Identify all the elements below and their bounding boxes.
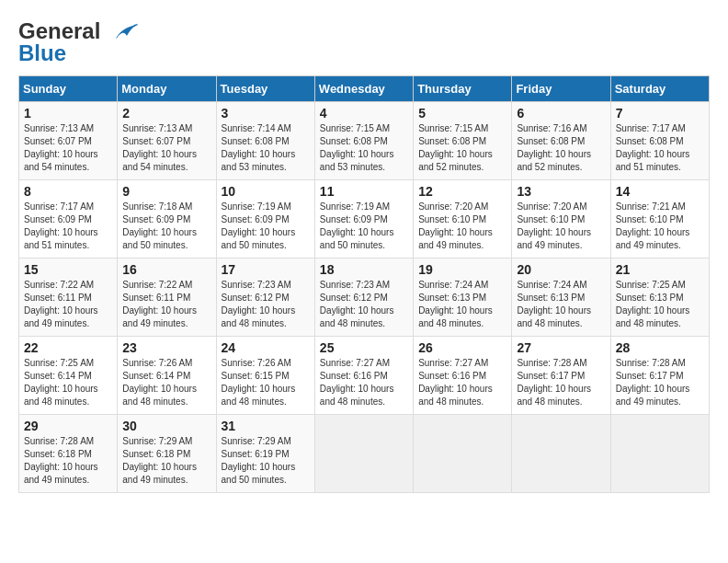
col-header-sunday: Sunday — [19, 76, 118, 102]
day-number: 20 — [517, 262, 605, 277]
calendar-cell: 1 Sunrise: 7:13 AM Sunset: 6:07 PM Dayli… — [19, 102, 118, 180]
sunset-label: Sunset: 6:16 PM — [320, 371, 388, 381]
calendar-table: SundayMondayTuesdayWednesdayThursdayFrid… — [18, 75, 710, 493]
calendar-cell: 21 Sunrise: 7:25 AM Sunset: 6:13 PM Dayl… — [610, 259, 709, 337]
daylight-label: Daylight: 10 hours and 48 minutes. — [517, 305, 591, 328]
sunrise-label: Sunrise: 7:25 AM — [616, 280, 686, 290]
day-number: 27 — [517, 340, 605, 355]
daylight-label: Daylight: 10 hours and 48 minutes. — [517, 384, 591, 407]
day-number: 29 — [24, 419, 112, 433]
calendar-cell: 27 Sunrise: 7:28 AM Sunset: 6:17 PM Dayl… — [512, 337, 610, 415]
day-number: 1 — [24, 106, 112, 121]
daylight-label: Daylight: 10 hours and 48 minutes. — [222, 384, 296, 407]
sunrise-label: Sunrise: 7:24 AM — [517, 280, 586, 290]
day-info: Sunrise: 7:24 AM Sunset: 6:13 PM Dayligh… — [418, 279, 506, 330]
daylight-label: Daylight: 10 hours and 48 minutes. — [320, 384, 394, 407]
day-info: Sunrise: 7:16 AM Sunset: 6:08 PM Dayligh… — [517, 122, 605, 174]
daylight-label: Daylight: 10 hours and 48 minutes. — [418, 305, 493, 328]
sunrise-label: Sunrise: 7:22 AM — [24, 280, 94, 290]
calendar-cell: 15 Sunrise: 7:22 AM Sunset: 6:11 PM Dayl… — [19, 259, 118, 337]
daylight-label: Daylight: 10 hours and 49 minutes. — [122, 462, 197, 485]
sunrise-label: Sunrise: 7:21 AM — [616, 201, 686, 212]
sunrise-label: Sunrise: 7:26 AM — [222, 358, 291, 368]
daylight-label: Daylight: 10 hours and 49 minutes. — [418, 227, 493, 250]
calendar-cell: 14 Sunrise: 7:21 AM Sunset: 6:10 PM Dayl… — [610, 180, 709, 259]
daylight-label: Daylight: 10 hours and 50 minutes. — [320, 227, 394, 250]
sunrise-label: Sunrise: 7:25 AM — [24, 358, 94, 368]
col-header-friday: Friday — [512, 76, 610, 102]
daylight-label: Daylight: 10 hours and 49 minutes. — [616, 227, 690, 250]
calendar-cell — [610, 415, 709, 493]
sunset-label: Sunset: 6:18 PM — [24, 449, 92, 459]
sunrise-label: Sunrise: 7:13 AM — [24, 123, 94, 133]
calendar-cell: 24 Sunrise: 7:26 AM Sunset: 6:15 PM Dayl… — [216, 337, 314, 415]
calendar-cell: 3 Sunrise: 7:14 AM Sunset: 6:08 PM Dayli… — [216, 102, 314, 180]
day-number: 13 — [517, 184, 605, 199]
daylight-label: Daylight: 10 hours and 49 minutes. — [517, 227, 591, 250]
sunrise-label: Sunrise: 7:17 AM — [616, 123, 686, 133]
day-info: Sunrise: 7:23 AM Sunset: 6:12 PM Dayligh… — [222, 279, 310, 330]
sunset-label: Sunset: 6:08 PM — [418, 136, 486, 146]
day-number: 11 — [320, 184, 408, 199]
calendar-cell: 26 Sunrise: 7:27 AM Sunset: 6:16 PM Dayl… — [414, 337, 512, 415]
day-number: 18 — [320, 262, 408, 277]
sunset-label: Sunset: 6:10 PM — [517, 214, 585, 224]
sunrise-label: Sunrise: 7:26 AM — [122, 358, 192, 368]
daylight-label: Daylight: 10 hours and 54 minutes. — [122, 149, 197, 172]
sunrise-label: Sunrise: 7:22 AM — [122, 280, 192, 290]
day-info: Sunrise: 7:25 AM Sunset: 6:13 PM Dayligh… — [616, 279, 704, 330]
sunset-label: Sunset: 6:09 PM — [122, 214, 190, 224]
day-info: Sunrise: 7:18 AM Sunset: 6:09 PM Dayligh… — [122, 201, 210, 252]
day-info: Sunrise: 7:27 AM Sunset: 6:16 PM Dayligh… — [418, 357, 506, 408]
day-number: 9 — [122, 184, 210, 199]
sunset-label: Sunset: 6:18 PM — [122, 449, 190, 459]
daylight-label: Daylight: 10 hours and 53 minutes. — [320, 149, 394, 172]
sunset-label: Sunset: 6:11 PM — [122, 293, 190, 303]
day-info: Sunrise: 7:29 AM Sunset: 6:18 PM Dayligh… — [122, 435, 210, 487]
day-number: 12 — [418, 184, 506, 199]
calendar-cell: 17 Sunrise: 7:23 AM Sunset: 6:12 PM Dayl… — [216, 259, 314, 337]
sunset-label: Sunset: 6:13 PM — [418, 293, 486, 303]
calendar-cell: 4 Sunrise: 7:15 AM Sunset: 6:08 PM Dayli… — [314, 102, 413, 180]
sunrise-label: Sunrise: 7:23 AM — [222, 280, 291, 290]
day-info: Sunrise: 7:20 AM Sunset: 6:10 PM Dayligh… — [418, 201, 506, 252]
daylight-label: Daylight: 10 hours and 48 minutes. — [122, 384, 197, 407]
day-info: Sunrise: 7:26 AM Sunset: 6:15 PM Dayligh… — [222, 357, 310, 408]
sunset-label: Sunset: 6:08 PM — [222, 136, 290, 146]
sunrise-label: Sunrise: 7:27 AM — [320, 358, 390, 368]
calendar-cell: 5 Sunrise: 7:15 AM Sunset: 6:08 PM Dayli… — [414, 102, 512, 180]
daylight-label: Daylight: 10 hours and 49 minutes. — [616, 384, 690, 407]
calendar-cell: 30 Sunrise: 7:29 AM Sunset: 6:18 PM Dayl… — [118, 415, 216, 493]
day-info: Sunrise: 7:22 AM Sunset: 6:11 PM Dayligh… — [122, 279, 210, 330]
day-info: Sunrise: 7:28 AM Sunset: 6:18 PM Dayligh… — [24, 435, 112, 487]
calendar-cell: 31 Sunrise: 7:29 AM Sunset: 6:19 PM Dayl… — [216, 415, 314, 493]
calendar-cell: 8 Sunrise: 7:17 AM Sunset: 6:09 PM Dayli… — [19, 180, 118, 259]
sunrise-label: Sunrise: 7:14 AM — [222, 123, 291, 133]
calendar-cell: 7 Sunrise: 7:17 AM Sunset: 6:08 PM Dayli… — [610, 102, 709, 180]
sunset-label: Sunset: 6:19 PM — [222, 449, 290, 459]
daylight-label: Daylight: 10 hours and 50 minutes. — [222, 227, 296, 250]
calendar-cell: 20 Sunrise: 7:24 AM Sunset: 6:13 PM Dayl… — [512, 259, 610, 337]
daylight-label: Daylight: 10 hours and 48 minutes. — [222, 305, 296, 328]
day-number: 7 — [616, 106, 704, 121]
day-info: Sunrise: 7:25 AM Sunset: 6:14 PM Dayligh… — [24, 357, 112, 408]
sunrise-label: Sunrise: 7:24 AM — [418, 280, 488, 290]
day-number: 6 — [517, 106, 605, 121]
calendar-cell — [512, 415, 610, 493]
col-header-monday: Monday — [118, 76, 216, 102]
daylight-label: Daylight: 10 hours and 50 minutes. — [222, 462, 296, 485]
calendar-cell: 29 Sunrise: 7:28 AM Sunset: 6:18 PM Dayl… — [19, 415, 118, 493]
logo: General Blue — [18, 18, 138, 66]
day-number: 10 — [222, 184, 310, 199]
day-info: Sunrise: 7:17 AM Sunset: 6:09 PM Dayligh… — [24, 201, 112, 252]
sunset-label: Sunset: 6:09 PM — [320, 214, 388, 224]
sunset-label: Sunset: 6:15 PM — [222, 371, 290, 381]
calendar-cell: 9 Sunrise: 7:18 AM Sunset: 6:09 PM Dayli… — [118, 180, 216, 259]
sunset-label: Sunset: 6:07 PM — [122, 136, 190, 146]
col-header-wednesday: Wednesday — [314, 76, 413, 102]
day-number: 22 — [24, 340, 112, 355]
calendar-week-row: 15 Sunrise: 7:22 AM Sunset: 6:11 PM Dayl… — [19, 259, 710, 337]
day-number: 23 — [122, 340, 210, 355]
day-info: Sunrise: 7:29 AM Sunset: 6:19 PM Dayligh… — [222, 435, 310, 487]
day-info: Sunrise: 7:13 AM Sunset: 6:07 PM Dayligh… — [24, 122, 112, 174]
